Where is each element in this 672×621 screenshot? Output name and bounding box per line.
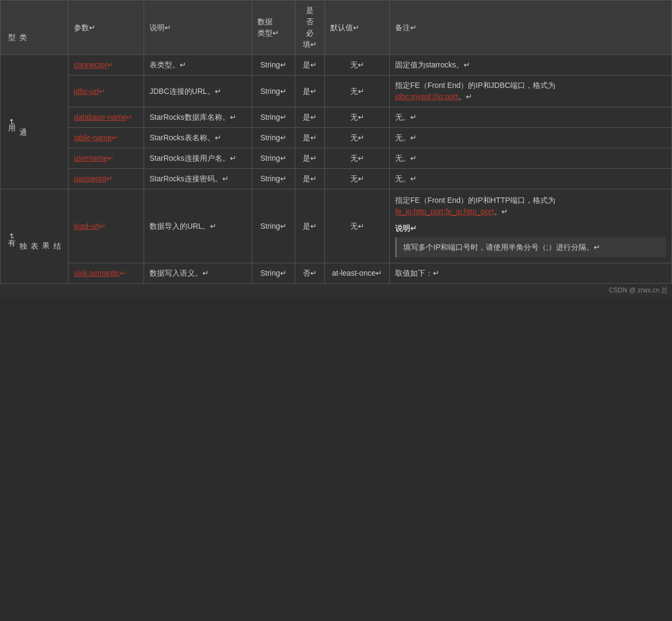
table-row: 通用↵ connector↵ 表类型。↵ String↵ 是↵ 无↵ 固定值为s… (1, 55, 672, 76)
note-cell: 无。↵ (390, 169, 672, 189)
desc-cell: StarRocks数据库名称。↵ (144, 107, 252, 128)
main-container: 类型 参数↵ 说明↵ 数据类型↵ 是否必填↵ 默认值↵ 备注↵ 通用↵ conn… (0, 0, 672, 621)
table-row: password↵ StarRocks连接密码。↵ String↵ 是↵ 无↵ … (1, 169, 672, 189)
desc-cell: StarRocks表名称。↵ (144, 128, 252, 148)
page-footer: CSDN @ zrwx.cn 总 (0, 284, 672, 297)
desc-cell: StarRocks连接用户名。↵ (144, 148, 252, 169)
dtype-cell: String↵ (252, 128, 295, 148)
required-cell: 是↵ (295, 128, 325, 148)
required-cell: 是↵ (295, 107, 325, 128)
default-cell: at-least-once↵ (325, 263, 390, 284)
dtype-cell: String↵ (252, 107, 295, 128)
table-row: username↵ StarRocks连接用户名。↵ String↵ 是↵ 无↵… (1, 148, 672, 169)
param-cell: sink.semantic↵ (69, 263, 144, 284)
header-desc: 说明↵ (144, 1, 252, 55)
dtype-cell: String↵ (252, 189, 295, 263)
desc-cell: StarRocks连接密码。↵ (144, 169, 252, 189)
required-cell: 是↵ (295, 55, 325, 76)
desc-cell: 表类型。↵ (144, 55, 252, 76)
table-row: database-name↵ StarRocks数据库名称。↵ String↵ … (1, 107, 672, 128)
note-cell: 无。↵ (390, 148, 672, 169)
param-cell: username↵ (69, 148, 144, 169)
params-table: 类型 参数↵ 说明↵ 数据类型↵ 是否必填↵ 默认值↵ 备注↵ 通用↵ conn… (0, 0, 672, 284)
default-cell: 无↵ (325, 148, 390, 169)
param-cell: connector↵ (69, 55, 144, 76)
dtype-cell: String↵ (252, 55, 295, 76)
dtype-cell: String↵ (252, 148, 295, 169)
type-cell-sink: 结果表独有↵ (1, 189, 69, 284)
dtype-cell: String↵ (252, 169, 295, 189)
note-cell-complex: 指定FE（Front End）的IP和HTTP端口，格式为fe_ip:http_… (390, 189, 672, 263)
param-cell: jdbc-url↵ (69, 76, 144, 107)
table-row: sink.semantic↵ 数据写入语义。↵ String↵ 否↵ at-le… (1, 263, 672, 284)
header-default: 默认值↵ (325, 1, 390, 55)
default-cell: 无↵ (325, 169, 390, 189)
header-required: 是否必填↵ (295, 1, 325, 55)
required-cell: 否↵ (295, 263, 325, 284)
desc-cell: JDBC连接的URL。↵ (144, 76, 252, 107)
param-cell: load-url↵ (69, 189, 144, 263)
table-row: jdbc-url↵ JDBC连接的URL。↵ String↵ 是↵ 无↵ 指定F… (1, 76, 672, 107)
note-cell: 取值如下：↵ (390, 263, 672, 284)
required-cell: 是↵ (295, 189, 325, 263)
desc-cell: 数据写入语义。↵ (144, 263, 252, 284)
note-cell: 固定值为starrocks。↵ (390, 55, 672, 76)
default-cell: 无↵ (325, 76, 390, 107)
required-cell: 是↵ (295, 148, 325, 169)
table-row: table-name↵ StarRocks表名称。↵ String↵ 是↵ 无↵… (1, 128, 672, 148)
note-cell: 无。↵ (390, 107, 672, 128)
note-cell: 无。↵ (390, 128, 672, 148)
param-cell: table-name↵ (69, 128, 144, 148)
desc-cell: 数据导入的URL。↵ (144, 189, 252, 263)
default-cell: 无↵ (325, 189, 390, 263)
note-cell: 指定FE（Front End）的IP和JDBC端口，格式为jdbc:mysql:… (390, 76, 672, 107)
dtype-cell: String↵ (252, 76, 295, 107)
type-cell-general: 通用↵ (1, 55, 69, 189)
table-row: 结果表独有↵ load-url↵ 数据导入的URL。↵ String↵ 是↵ 无… (1, 189, 672, 263)
dtype-cell: String↵ (252, 263, 295, 284)
header-note: 备注↵ (390, 1, 672, 55)
param-cell: password↵ (69, 169, 144, 189)
default-cell: 无↵ (325, 128, 390, 148)
required-cell: 是↵ (295, 76, 325, 107)
default-cell: 无↵ (325, 55, 390, 76)
table-header-row: 类型 参数↵ 说明↵ 数据类型↵ 是否必填↵ 默认值↵ 备注↵ (1, 1, 672, 55)
header-param: 参数↵ (69, 1, 144, 55)
param-cell: database-name↵ (69, 107, 144, 128)
default-cell: 无↵ (325, 107, 390, 128)
header-type: 类型 (1, 1, 69, 55)
header-dtype: 数据类型↵ (252, 1, 295, 55)
required-cell: 是↵ (295, 169, 325, 189)
